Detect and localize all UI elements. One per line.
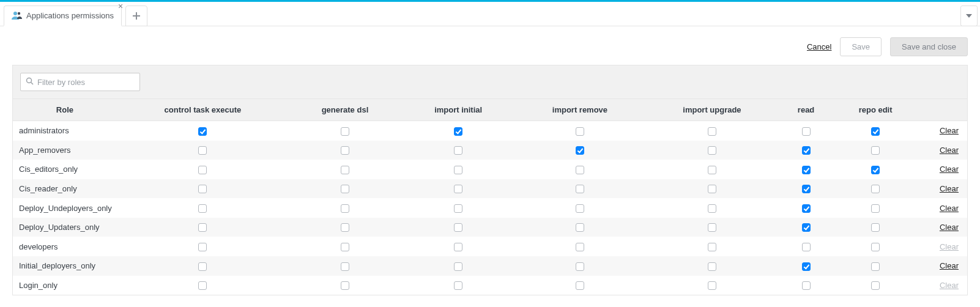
tabs-overflow-button[interactable] xyxy=(960,6,978,26)
perm-cell xyxy=(644,160,779,179)
perm-checkbox[interactable] xyxy=(802,243,811,251)
perm-checkbox[interactable] xyxy=(802,223,811,232)
perm-cell xyxy=(779,179,832,199)
perm-checkbox[interactable] xyxy=(708,281,716,290)
col-perm: repo edit xyxy=(833,99,919,121)
perm-checkbox[interactable] xyxy=(708,166,716,174)
perm-checkbox[interactable] xyxy=(576,127,584,136)
tab-applications-permissions[interactable]: Applications permissions × xyxy=(4,6,122,26)
add-tab-button[interactable] xyxy=(125,6,147,26)
clear-link[interactable]: Clear xyxy=(940,184,959,193)
clear-link[interactable]: Clear xyxy=(940,165,959,174)
perm-checkbox[interactable] xyxy=(454,281,462,290)
perm-cell xyxy=(401,198,516,218)
perm-checkbox[interactable] xyxy=(454,146,462,155)
perm-checkbox[interactable] xyxy=(341,127,349,136)
filter-bar xyxy=(12,65,968,99)
perm-checkbox[interactable] xyxy=(198,262,207,271)
clear-cell: Clear xyxy=(919,237,968,256)
perm-checkbox[interactable] xyxy=(802,127,811,136)
perm-cell xyxy=(117,160,289,179)
clear-link[interactable]: Clear xyxy=(940,204,959,213)
filter-roles-input[interactable] xyxy=(37,78,135,87)
perm-checkbox[interactable] xyxy=(341,166,349,174)
perm-checkbox[interactable] xyxy=(871,262,880,271)
perm-checkbox[interactable] xyxy=(576,146,584,155)
col-perm: read xyxy=(779,99,832,121)
perm-checkbox[interactable] xyxy=(576,223,584,232)
perm-checkbox[interactable] xyxy=(341,204,349,213)
perm-checkbox[interactable] xyxy=(802,281,811,290)
perm-checkbox[interactable] xyxy=(708,146,716,155)
perm-checkbox[interactable] xyxy=(576,166,584,174)
table-row: Deploy_Undeployers_onlyClear xyxy=(13,198,968,218)
perm-checkbox[interactable] xyxy=(198,223,207,232)
perm-checkbox[interactable] xyxy=(708,127,716,136)
perm-cell xyxy=(515,160,644,179)
perm-checkbox[interactable] xyxy=(341,243,349,251)
perm-checkbox[interactable] xyxy=(871,127,880,136)
perm-checkbox[interactable] xyxy=(454,185,462,193)
perm-checkbox[interactable] xyxy=(198,281,207,290)
perm-checkbox[interactable] xyxy=(802,262,811,271)
clear-link[interactable]: Clear xyxy=(940,261,959,270)
perm-checkbox[interactable] xyxy=(708,262,716,271)
perm-checkbox[interactable] xyxy=(871,243,880,251)
perm-checkbox[interactable] xyxy=(341,262,349,271)
clear-link[interactable]: Clear xyxy=(940,146,959,155)
perm-checkbox[interactable] xyxy=(198,185,207,193)
clear-link[interactable]: Clear xyxy=(940,223,959,232)
perm-checkbox[interactable] xyxy=(454,223,462,232)
tab-bar: Applications permissions × xyxy=(0,2,980,26)
perm-checkbox[interactable] xyxy=(198,204,207,213)
perm-cell xyxy=(833,218,919,237)
col-perm: import initial xyxy=(401,99,516,121)
perm-checkbox[interactable] xyxy=(576,204,584,213)
close-icon[interactable]: × xyxy=(116,2,125,11)
perm-checkbox[interactable] xyxy=(708,243,716,251)
cancel-link[interactable]: Cancel xyxy=(807,42,831,51)
perm-cell xyxy=(779,198,832,218)
perm-checkbox[interactable] xyxy=(198,127,207,136)
perm-checkbox[interactable] xyxy=(576,185,584,193)
perm-checkbox[interactable] xyxy=(454,127,462,136)
perm-checkbox[interactable] xyxy=(871,146,880,155)
col-perm: control task execute xyxy=(117,99,289,121)
permissions-table: Role control task execute generate dsl i… xyxy=(12,99,968,295)
perm-checkbox[interactable] xyxy=(802,204,811,213)
col-perm: generate dsl xyxy=(289,99,401,121)
perm-checkbox[interactable] xyxy=(871,281,880,290)
perm-checkbox[interactable] xyxy=(708,204,716,213)
perm-checkbox[interactable] xyxy=(454,166,462,174)
perm-checkbox[interactable] xyxy=(708,185,716,193)
perm-checkbox[interactable] xyxy=(576,262,584,271)
perm-cell xyxy=(779,160,832,179)
perm-checkbox[interactable] xyxy=(454,262,462,271)
perm-checkbox[interactable] xyxy=(576,243,584,251)
perm-checkbox[interactable] xyxy=(454,204,462,213)
perm-checkbox[interactable] xyxy=(576,281,584,290)
perm-checkbox[interactable] xyxy=(454,243,462,251)
perm-checkbox[interactable] xyxy=(198,166,207,174)
perm-checkbox[interactable] xyxy=(802,166,811,174)
perm-checkbox[interactable] xyxy=(708,223,716,232)
perm-checkbox[interactable] xyxy=(341,223,349,232)
perm-cell xyxy=(401,179,516,199)
perm-checkbox[interactable] xyxy=(341,146,349,155)
perm-checkbox[interactable] xyxy=(871,223,880,232)
perm-checkbox[interactable] xyxy=(341,185,349,193)
perm-cell xyxy=(644,237,779,256)
perm-cell xyxy=(515,198,644,218)
col-perm: import remove xyxy=(515,99,644,121)
perm-checkbox[interactable] xyxy=(871,204,880,213)
perm-checkbox[interactable] xyxy=(802,185,811,193)
clear-link[interactable]: Clear xyxy=(940,126,959,135)
perm-checkbox[interactable] xyxy=(341,281,349,290)
perm-checkbox[interactable] xyxy=(198,146,207,155)
perm-checkbox[interactable] xyxy=(871,166,880,174)
perm-checkbox[interactable] xyxy=(198,243,207,251)
perm-checkbox[interactable] xyxy=(871,185,880,193)
save-button[interactable]: Save xyxy=(840,37,882,56)
perm-checkbox[interactable] xyxy=(802,146,811,155)
save-and-close-button[interactable]: Save and close xyxy=(890,37,968,56)
